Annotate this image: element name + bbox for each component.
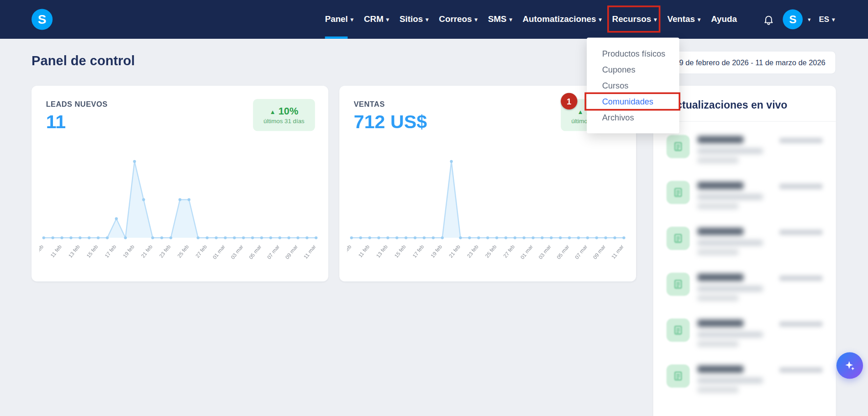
app-stage: S Panel▾ CRM▾ Sitios▾ Correos▾ SMS▾ Auto… bbox=[0, 0, 868, 416]
svg-text:15 feb: 15 feb bbox=[394, 244, 407, 259]
update-timestamp-blurred bbox=[779, 184, 823, 189]
update-text-blurred bbox=[698, 273, 772, 301]
nav-item-sitios[interactable]: Sitios▾ bbox=[400, 0, 428, 39]
svg-text:11 feb: 11 feb bbox=[358, 244, 371, 259]
user-avatar[interactable]: S bbox=[783, 10, 803, 30]
svg-text:19 feb: 19 feb bbox=[430, 244, 443, 259]
nav-item-ventas[interactable]: Ventas▾ bbox=[667, 0, 700, 39]
top-navbar: S Panel▾ CRM▾ Sitios▾ Correos▾ SMS▾ Auto… bbox=[0, 0, 868, 39]
brand-logo[interactable]: S bbox=[32, 9, 53, 30]
update-icon bbox=[667, 318, 690, 342]
update-icon bbox=[667, 227, 690, 250]
svg-text:13 feb: 13 feb bbox=[68, 244, 81, 259]
svg-text:09 mar: 09 mar bbox=[284, 244, 299, 260]
update-text-blurred bbox=[698, 181, 772, 209]
update-icon bbox=[667, 135, 690, 158]
nav-item-correos[interactable]: Correos▾ bbox=[439, 0, 477, 39]
svg-text:03 mar: 03 mar bbox=[537, 244, 552, 260]
update-icon bbox=[667, 273, 690, 296]
arrow-up-icon: ▲ bbox=[578, 108, 584, 115]
svg-text:25 feb: 25 feb bbox=[484, 244, 497, 259]
live-updates-list bbox=[653, 122, 836, 406]
nav-item-crm[interactable]: CRM▾ bbox=[364, 0, 389, 39]
sales-card-value: 712 US$ bbox=[354, 111, 427, 133]
arrow-up-icon: ▲ bbox=[269, 108, 275, 115]
sales-chart: 09 feb11 feb13 feb15 feb17 feb19 feb21 f… bbox=[347, 155, 627, 279]
update-timestamp-blurred bbox=[779, 367, 823, 373]
svg-text:25 feb: 25 feb bbox=[176, 244, 189, 259]
update-text-blurred bbox=[698, 318, 772, 347]
live-updates-panel: Actualizaciones en vivo bbox=[653, 86, 836, 416]
chevron-down-icon: ▾ bbox=[351, 16, 353, 22]
svg-text:05 mar: 05 mar bbox=[556, 244, 570, 260]
update-row[interactable] bbox=[667, 356, 823, 402]
update-icon bbox=[667, 364, 690, 388]
update-row[interactable] bbox=[667, 310, 823, 356]
menu-item-cursos[interactable]: Cursos bbox=[602, 78, 679, 94]
date-range-picker[interactable]: 9 de febrero de 2026 - 11 de marzo de 20… bbox=[669, 51, 836, 74]
notifications-bell-icon[interactable] bbox=[763, 14, 774, 25]
nav-item-sms[interactable]: SMS▾ bbox=[488, 0, 512, 39]
update-row[interactable] bbox=[667, 126, 823, 172]
nav-item-automatizaciones[interactable]: Automatizaciones▾ bbox=[523, 0, 602, 39]
leads-card-value: 11 bbox=[46, 111, 66, 133]
svg-text:09 mar: 09 mar bbox=[592, 244, 607, 260]
live-updates-title: Actualizaciones en vivo bbox=[653, 86, 836, 122]
svg-text:11 mar: 11 mar bbox=[303, 244, 317, 260]
svg-text:05 mar: 05 mar bbox=[248, 244, 263, 260]
leads-trend-badge: ▲10% últimos 31 días bbox=[253, 99, 315, 131]
svg-text:01 mar: 01 mar bbox=[520, 244, 534, 260]
update-row[interactable] bbox=[667, 218, 823, 264]
svg-text:11 feb: 11 feb bbox=[50, 244, 63, 259]
menu-item-comunidades[interactable]: Comunidades bbox=[602, 94, 679, 109]
header-right-cluster: S ▾ ES▾ bbox=[763, 0, 835, 39]
svg-text:23 feb: 23 feb bbox=[466, 244, 479, 259]
leads-chart: 09 feb11 feb13 feb15 feb17 feb19 feb21 f… bbox=[39, 155, 319, 279]
chevron-down-icon: ▾ bbox=[426, 16, 428, 22]
svg-text:11 mar: 11 mar bbox=[610, 244, 625, 260]
svg-text:27 feb: 27 feb bbox=[195, 244, 208, 259]
chevron-down-icon[interactable]: ▾ bbox=[808, 16, 810, 22]
language-selector[interactable]: ES▾ bbox=[819, 15, 835, 24]
nav-item-ayuda[interactable]: Ayuda bbox=[711, 0, 737, 39]
svg-text:09 feb: 09 feb bbox=[347, 244, 352, 259]
svg-text:03 mar: 03 mar bbox=[230, 244, 244, 260]
svg-text:15 feb: 15 feb bbox=[86, 244, 99, 259]
update-icon bbox=[667, 181, 690, 204]
svg-text:17 feb: 17 feb bbox=[411, 244, 425, 259]
svg-text:21 feb: 21 feb bbox=[140, 244, 153, 259]
annotation-step-badge: 1 bbox=[561, 93, 577, 109]
chevron-down-icon: ▾ bbox=[698, 16, 700, 22]
svg-text:07 mar: 07 mar bbox=[574, 244, 589, 260]
chevron-down-icon: ▾ bbox=[654, 16, 657, 22]
leads-card-title: LEADS NUEVOS bbox=[46, 100, 108, 108]
update-timestamp-blurred bbox=[779, 276, 823, 281]
svg-text:27 feb: 27 feb bbox=[502, 244, 516, 259]
svg-text:21 feb: 21 feb bbox=[448, 244, 461, 259]
svg-text:09 feb: 09 feb bbox=[39, 244, 44, 259]
svg-text:01 mar: 01 mar bbox=[212, 244, 226, 260]
recursos-dropdown-menu: Productos físicos Cupones Cursos Comunid… bbox=[587, 37, 679, 133]
chevron-down-icon: ▾ bbox=[386, 16, 389, 22]
nav-item-recursos[interactable]: Recursos▾ Productos físicos Cupones Curs… bbox=[612, 0, 657, 39]
menu-item-archivos[interactable]: Archivos bbox=[602, 109, 679, 125]
assistant-fab-button[interactable] bbox=[836, 352, 863, 379]
menu-item-cupones[interactable]: Cupones bbox=[602, 62, 679, 78]
update-timestamp-blurred bbox=[779, 321, 823, 327]
svg-text:19 feb: 19 feb bbox=[122, 244, 135, 259]
update-text-blurred bbox=[698, 227, 772, 255]
leads-card: LEADS NUEVOS 11 ▲10% últimos 31 días 09 … bbox=[32, 86, 328, 281]
svg-text:17 feb: 17 feb bbox=[104, 244, 117, 259]
chevron-down-icon: ▾ bbox=[832, 16, 835, 22]
chevron-down-icon: ▾ bbox=[474, 16, 477, 22]
chevron-down-icon: ▾ bbox=[509, 16, 512, 22]
update-text-blurred bbox=[698, 364, 772, 393]
svg-text:07 mar: 07 mar bbox=[266, 244, 281, 260]
main-nav: Panel▾ CRM▾ Sitios▾ Correos▾ SMS▾ Automa… bbox=[325, 0, 737, 39]
menu-item-productos-fisicos[interactable]: Productos físicos bbox=[602, 45, 679, 61]
sales-card-title: VENTAS bbox=[354, 100, 385, 108]
svg-text:23 feb: 23 feb bbox=[158, 244, 172, 259]
nav-item-panel[interactable]: Panel▾ bbox=[325, 0, 353, 39]
update-row[interactable] bbox=[667, 172, 823, 218]
update-row[interactable] bbox=[667, 264, 823, 310]
